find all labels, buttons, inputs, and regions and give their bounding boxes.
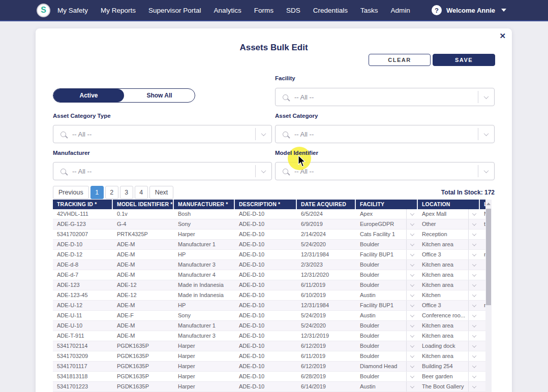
facility-cell[interactable]: Austin <box>356 290 418 300</box>
chevron-down-icon[interactable] <box>407 219 418 229</box>
asset-category-dropdown-open[interactable] <box>478 128 494 140</box>
scrollbar-thumb[interactable] <box>486 209 491 305</box>
chevron-down-icon[interactable] <box>407 382 418 391</box>
chevron-down-icon[interactable] <box>407 209 418 219</box>
facility-cell[interactable]: Austin <box>356 311 418 320</box>
location-cell[interactable]: Kitchen area <box>418 321 480 331</box>
facility-dropdown-open[interactable] <box>478 91 494 103</box>
nav-item-my-reports[interactable]: My Reports <box>101 7 136 14</box>
facility-cell[interactable]: Boulder <box>356 280 418 290</box>
column-header-3[interactable]: DESCRIPTION * <box>235 200 297 209</box>
chevron-down-icon[interactable] <box>407 351 418 361</box>
facility-cell[interactable]: Boulder <box>356 270 418 280</box>
save-button[interactable]: SAVE <box>433 54 495 66</box>
facility-cell[interactable]: Cats Facility 1 <box>356 230 418 239</box>
facility-cell[interactable]: Boulder <box>356 351 418 361</box>
chevron-down-icon[interactable] <box>407 372 418 381</box>
facility-cell[interactable]: Boulder <box>356 240 418 249</box>
nav-item-analytics[interactable]: Analytics <box>214 7 241 14</box>
facility-cell[interactable]: Boulder <box>356 321 418 331</box>
chevron-down-icon[interactable] <box>469 382 480 391</box>
chevron-down-icon[interactable] <box>469 311 480 320</box>
user-menu[interactable]: ? Welcome Annie <box>432 5 506 15</box>
pagination-page-3[interactable]: 3 <box>120 186 133 199</box>
scrollbar-up-icon[interactable] <box>485 200 492 208</box>
nav-item-my-safety[interactable]: My Safety <box>57 7 88 14</box>
chevron-down-icon[interactable] <box>407 331 418 341</box>
location-cell[interactable]: Conference roo... <box>418 311 480 320</box>
chevron-down-icon[interactable] <box>469 351 480 361</box>
location-cell[interactable]: Reception <box>418 230 480 239</box>
nav-item-tasks[interactable]: Tasks <box>360 7 378 14</box>
toggle-active[interactable]: Active <box>53 89 124 102</box>
facility-cell[interactable]: Austin <box>356 382 418 391</box>
chevron-down-icon[interactable] <box>469 270 480 280</box>
location-cell[interactable]: Kitchen area <box>418 240 480 249</box>
toggle-show-all[interactable]: Show All <box>124 89 195 102</box>
location-cell[interactable]: Kitchen area <box>418 280 480 290</box>
nav-item-credentials[interactable]: Credentials <box>313 7 348 14</box>
chevron-down-icon[interactable] <box>469 219 480 229</box>
location-cell[interactable]: Kitchen area <box>418 270 480 280</box>
chevron-down-icon[interactable] <box>469 372 480 381</box>
manufacturer-dropdown-open[interactable] <box>255 165 271 177</box>
location-cell[interactable]: Office 3 <box>418 301 480 310</box>
chevron-down-icon[interactable] <box>407 362 418 371</box>
location-cell[interactable]: Kitchen <box>418 290 480 300</box>
chevron-down-icon[interactable] <box>469 240 480 249</box>
chevron-down-icon[interactable] <box>469 260 480 270</box>
location-cell[interactable]: The Boot Gallery <box>418 382 480 391</box>
facility-cell[interactable]: Apex <box>356 209 418 219</box>
chevron-down-icon[interactable] <box>407 321 418 331</box>
asset-category-type-dropdown[interactable]: -- All -- <box>53 125 272 143</box>
nav-item-admin[interactable]: Admin <box>390 7 410 14</box>
chevron-down-icon[interactable] <box>407 240 418 249</box>
location-cell[interactable]: Loading dock <box>418 341 480 351</box>
nav-item-forms[interactable]: Forms <box>254 7 273 14</box>
chevron-down-icon[interactable] <box>469 230 480 239</box>
facility-cell[interactable]: Boulder <box>356 372 418 381</box>
location-cell[interactable]: Kitchen area <box>418 351 480 361</box>
location-cell[interactable]: Office 3 <box>418 250 480 259</box>
facility-cell[interactable]: Boulder <box>356 331 418 341</box>
location-cell[interactable]: Kitchen area <box>418 331 480 341</box>
chevron-down-icon[interactable] <box>469 301 480 310</box>
column-header-4[interactable]: DATE ACQUIRED <box>297 200 356 209</box>
chevron-down-icon[interactable] <box>469 290 480 300</box>
manufacturer-dropdown[interactable]: -- All -- <box>53 162 272 180</box>
asset-category-type-dropdown-open[interactable] <box>255 128 271 140</box>
help-icon[interactable]: ? <box>432 5 442 15</box>
close-icon[interactable]: ✕ <box>499 31 506 41</box>
chevron-down-icon[interactable] <box>407 290 418 300</box>
chevron-down-icon[interactable] <box>407 341 418 351</box>
table-scrollbar[interactable] <box>485 200 492 392</box>
chevron-down-icon[interactable] <box>469 209 480 219</box>
chevron-down-icon[interactable] <box>407 250 418 259</box>
location-cell[interactable]: Apex Mall <box>418 209 480 219</box>
chevron-down-icon[interactable] <box>407 270 418 280</box>
pagination-previous-button[interactable]: Previous <box>53 186 89 199</box>
chevron-down-icon[interactable] <box>469 321 480 331</box>
facility-dropdown[interactable]: -- All -- <box>275 88 495 106</box>
chevron-down-icon[interactable] <box>407 260 418 270</box>
location-cell[interactable]: Beer garden <box>418 372 480 381</box>
column-header-6[interactable]: LOCATION <box>418 200 480 209</box>
chevron-down-icon[interactable] <box>407 280 418 290</box>
clear-button[interactable]: CLEAR <box>369 54 431 66</box>
model-identifier-dropdown-open[interactable] <box>478 165 494 177</box>
location-cell[interactable]: Kitchen area <box>418 260 480 270</box>
pagination-next-button[interactable]: Next <box>149 186 174 199</box>
chevron-down-icon[interactable] <box>469 341 480 351</box>
column-header-1[interactable]: MODEL IDENTIFIER * <box>113 200 174 209</box>
asset-category-dropdown[interactable]: -- All -- <box>275 125 495 143</box>
chevron-down-icon[interactable] <box>407 311 418 320</box>
facility-cell[interactable]: Facility BUP1 <box>356 301 418 310</box>
facility-cell[interactable]: Facility BUP1 <box>356 250 418 259</box>
location-cell[interactable]: Other <box>418 219 480 229</box>
pagination-page-1[interactable]: 1 <box>90 186 104 199</box>
chevron-down-icon[interactable] <box>469 280 480 290</box>
location-cell[interactable]: Building 254 <box>418 362 480 371</box>
app-logo-icon[interactable]: S <box>37 4 50 17</box>
chevron-down-icon[interactable] <box>407 230 418 239</box>
column-header-2[interactable]: MANUFACTURER * <box>174 200 235 209</box>
